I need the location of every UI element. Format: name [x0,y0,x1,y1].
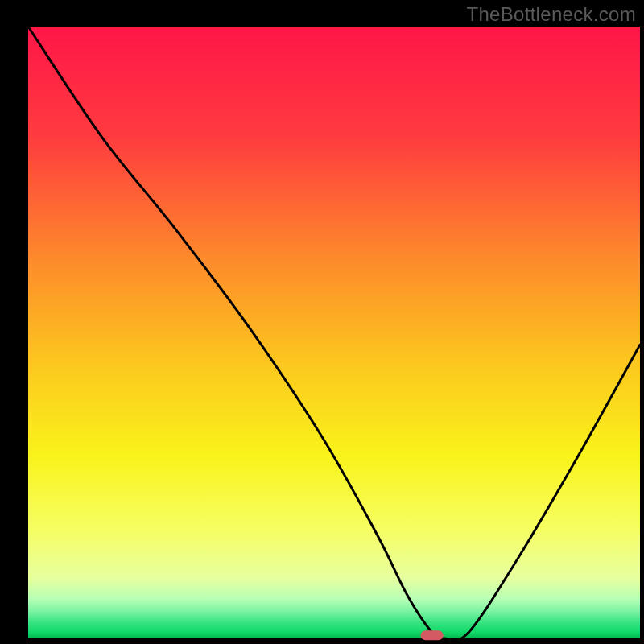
chart-frame: TheBottleneck.com [0,0,644,644]
gradient-background [28,27,640,638]
bottleneck-marker [421,630,444,640]
bottleneck-chart [0,0,644,644]
